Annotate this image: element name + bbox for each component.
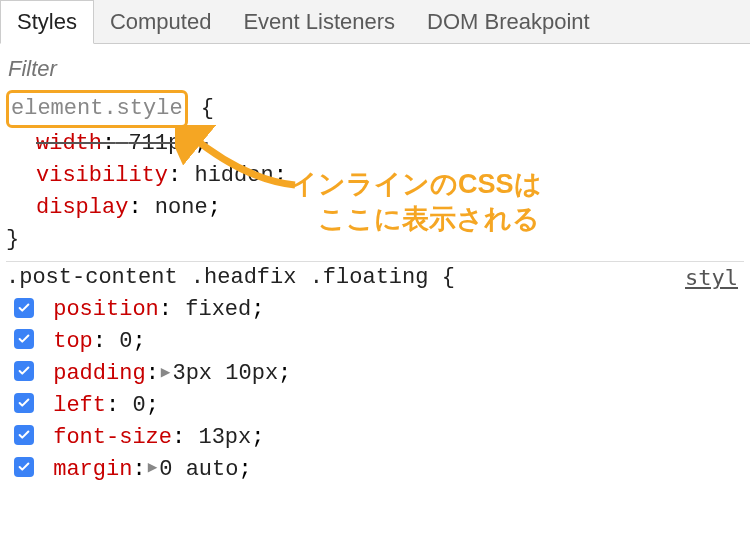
expand-triangle-icon[interactable]: ▶: [161, 362, 171, 385]
checkbox-icon[interactable]: [14, 298, 34, 318]
filter-input[interactable]: [8, 56, 742, 82]
property-position[interactable]: position: fixed;: [6, 294, 744, 326]
checkbox-icon[interactable]: [14, 361, 34, 381]
property-padding[interactable]: padding:▶3px 10px;: [6, 358, 744, 390]
tab-event-listeners[interactable]: Event Listeners: [227, 0, 411, 43]
selector-element-style[interactable]: element.style: [11, 96, 183, 121]
tab-computed[interactable]: Computed: [94, 0, 228, 43]
checkbox-icon[interactable]: [14, 393, 34, 413]
property-margin[interactable]: margin:▶0 auto;: [6, 454, 744, 486]
checkbox-icon[interactable]: [14, 329, 34, 349]
filter-bar: [0, 44, 750, 88]
property-width[interactable]: width: 711px;: [6, 128, 744, 160]
stylesheet-link[interactable]: styl: [685, 262, 744, 294]
property-visibility[interactable]: visibility: hidden;: [6, 160, 744, 192]
tab-styles[interactable]: Styles: [0, 0, 94, 44]
checkbox-icon[interactable]: [14, 457, 34, 477]
open-brace: {: [201, 96, 214, 121]
prop-value-visibility: hidden: [194, 163, 273, 188]
expand-triangle-icon[interactable]: ▶: [148, 457, 158, 480]
selector-post-content[interactable]: .post-content .headfix .floating: [6, 265, 428, 290]
rule-post-content: styl .post-content .headfix .floating { …: [6, 262, 744, 485]
rule-element-style: element.style { width: 711px; visibility…: [6, 90, 744, 255]
prop-value-display: none: [155, 195, 208, 220]
close-brace: }: [6, 224, 744, 256]
checkbox-icon[interactable]: [14, 425, 34, 445]
property-display[interactable]: display: none;: [6, 192, 744, 224]
element-style-highlight: element.style: [6, 90, 188, 128]
tab-dom-breakpoints[interactable]: DOM Breakpoint: [411, 0, 606, 43]
prop-name-visibility: visibility: [36, 163, 168, 188]
property-left[interactable]: left: 0;: [6, 390, 744, 422]
prop-value-width: 711px: [128, 131, 194, 156]
property-top[interactable]: top: 0;: [6, 326, 744, 358]
prop-name-display: display: [36, 195, 128, 220]
prop-name-width: width: [36, 131, 102, 156]
styles-pane: element.style { width: 711px; visibility…: [0, 88, 750, 488]
open-brace-2: {: [442, 265, 455, 290]
property-font-size[interactable]: font-size: 13px;: [6, 422, 744, 454]
tabs-bar: Styles Computed Event Listeners DOM Brea…: [0, 0, 750, 44]
